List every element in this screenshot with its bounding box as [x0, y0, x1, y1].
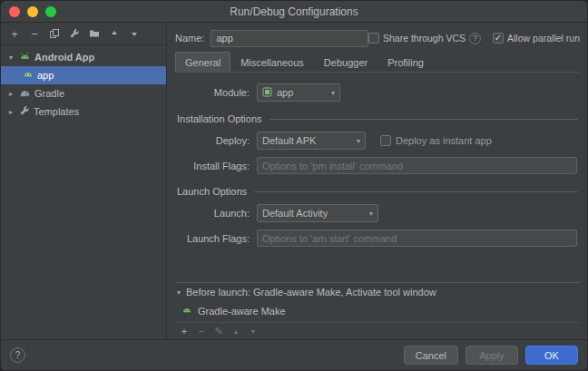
instant-app-checkbox[interactable]: ✓ [380, 135, 391, 146]
section-title: Launch Options [177, 186, 247, 197]
share-vcs-label: Share through VCS [383, 33, 466, 44]
new-folder-icon[interactable] [85, 25, 103, 42]
tab-debugger[interactable]: Debugger [314, 52, 377, 72]
tree-item-label: Android App [34, 52, 94, 63]
module-dropdown[interactable]: app ▾ [257, 83, 340, 102]
tab-miscellaneous[interactable]: Miscellaneous [230, 52, 314, 72]
titlebar: Run/Debug Configurations [1, 1, 587, 23]
module-row: Module: app ▾ [175, 83, 580, 102]
tree-item-android-app[interactable]: ▾ Android App [1, 48, 166, 66]
name-input[interactable] [211, 30, 368, 47]
deploy-label: Deploy: [175, 135, 250, 146]
instant-app-label: Deploy as instant app [396, 135, 492, 146]
chevron-down-icon[interactable]: ▾ [177, 288, 181, 297]
android-icon [19, 51, 31, 64]
tab-bar: General Miscellaneous Debugger Profiling [175, 52, 580, 73]
ok-button[interactable]: OK [525, 346, 578, 365]
chevron-down-icon: ▾ [369, 210, 373, 218]
module-value: app [277, 87, 293, 98]
move-up-icon[interactable] [105, 25, 123, 42]
move-task-down-icon[interactable]: ▼ [245, 323, 261, 339]
dialog-footer: ? Cancel Apply OK [1, 339, 587, 370]
launch-flags-input[interactable] [257, 229, 577, 247]
tree-item-app[interactable]: app [1, 66, 166, 84]
section-title: Installation Options [177, 113, 262, 124]
remove-configuration-icon[interactable]: − [25, 25, 44, 42]
window-title: Run/Debug Configurations [1, 5, 587, 18]
tree-item-label: app [37, 70, 54, 81]
before-launch-panel: ▾ Before launch: Gradle-aware Make, Acti… [175, 282, 580, 339]
gradle-icon [19, 87, 31, 101]
module-icon [262, 87, 272, 99]
add-task-icon[interactable]: + [176, 323, 192, 339]
wrench-icon [19, 105, 30, 118]
add-configuration-icon[interactable]: + [5, 25, 24, 42]
deploy-value: Default APK [262, 135, 316, 146]
install-flags-input[interactable] [257, 157, 577, 174]
name-label: Name: [175, 33, 204, 44]
name-row: Name: ✓ Share through VCS ? ✓ Allow para… [175, 27, 580, 49]
configurations-tree: ▾ Android App app ▸ [1, 45, 166, 121]
zoom-window-button[interactable] [45, 6, 56, 17]
configuration-editor: Name: ✓ Share through VCS ? ✓ Allow para… [167, 23, 587, 339]
deploy-row: Deploy: Default APK ▾ ✓ Deploy as instan… [175, 132, 580, 150]
cancel-button[interactable]: Cancel [404, 346, 458, 365]
before-launch-header[interactable]: ▾ Before launch: Gradle-aware Make, Acti… [175, 282, 580, 300]
run-debug-configurations-dialog: Run/Debug Configurations + − [0, 0, 588, 371]
copy-configuration-icon[interactable] [45, 25, 64, 42]
edit-task-icon[interactable]: ✎ [211, 323, 227, 339]
launch-row: Launch: Default Activity ▾ [175, 204, 580, 222]
tab-general[interactable]: General [175, 52, 230, 72]
close-window-button[interactable] [9, 6, 20, 17]
launch-flags-label: Launch Flags: [175, 233, 250, 244]
chevron-down-icon: ▾ [331, 89, 335, 97]
launch-options-section: Launch Options [177, 186, 580, 197]
launch-dropdown[interactable]: Default Activity ▾ [257, 204, 378, 222]
tree-item-label: Gradle [34, 88, 64, 99]
installation-options-section: Installation Options [177, 113, 580, 124]
install-flags-label: Install Flags: [175, 161, 250, 171]
tree-item-label: Templates [34, 106, 79, 117]
remove-task-icon[interactable]: − [193, 323, 210, 339]
before-launch-title: Before launch: Gradle-aware Make, Activa… [186, 287, 436, 298]
gradle-make-icon [181, 305, 192, 317]
chevron-down-icon: ▾ [357, 137, 360, 145]
chevron-down-icon[interactable]: ▾ [6, 54, 15, 62]
general-tab-content: Module: app ▾ Installation Options Deplo… [175, 73, 580, 339]
help-icon[interactable]: ? [469, 33, 481, 44]
chevron-right-icon[interactable]: ▸ [6, 108, 15, 116]
help-button[interactable]: ? [10, 347, 25, 363]
tree-item-gradle[interactable]: ▸ Gradle [1, 84, 166, 103]
android-icon [23, 69, 34, 82]
before-launch-task[interactable]: Gradle-aware Make [175, 302, 580, 320]
tree-item-templates[interactable]: ▸ Templates [1, 103, 166, 121]
launch-label: Launch: [175, 208, 250, 219]
move-task-up-icon[interactable]: ▲ [228, 323, 244, 339]
before-launch-toolbar: + − ✎ ▲ ▼ [175, 322, 580, 339]
deploy-dropdown[interactable]: Default APK ▾ [257, 132, 366, 150]
apply-button[interactable]: Apply [466, 346, 518, 365]
move-down-icon[interactable] [125, 25, 143, 42]
module-label: Module: [175, 87, 250, 98]
allow-parallel-run-checkbox[interactable]: ✓ [493, 33, 504, 44]
configurations-sidebar: + − ▾ [1, 23, 167, 339]
task-label: Gradle-aware Make [198, 306, 286, 317]
allow-parallel-run-label: Allow parallel run [507, 33, 580, 44]
chevron-right-icon[interactable]: ▸ [6, 90, 15, 98]
edit-defaults-wrench-icon[interactable] [65, 25, 83, 42]
minimize-window-button[interactable] [27, 6, 38, 17]
tab-profiling[interactable]: Profiling [377, 52, 434, 72]
launch-flags-row: Launch Flags: [175, 229, 580, 247]
sidebar-toolbar: + − [1, 23, 166, 45]
launch-value: Default Activity [262, 208, 328, 219]
share-vcs-checkbox[interactable]: ✓ [368, 33, 379, 44]
install-flags-row: Install Flags: [175, 157, 580, 174]
